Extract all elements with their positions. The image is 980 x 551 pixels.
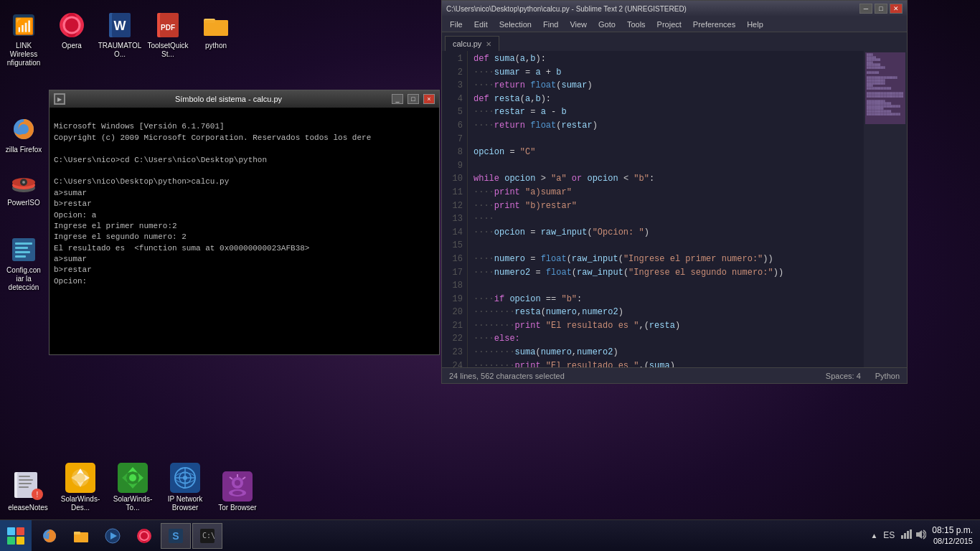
menu-edit[interactable]: Edit [469, 19, 493, 30]
desktop-icon-opera[interactable]: Opera [50, 11, 94, 50]
svg-point-20 [22, 181, 25, 184]
sublime-tab-calcu[interactable]: calcu.py ✕ [445, 36, 499, 51]
desktop-icon-tor-browser[interactable]: Tor Browser [213, 469, 262, 512]
svg-rect-32 [19, 483, 32, 484]
bottom-icon-label: Tor Browser [218, 504, 256, 512]
svg-rect-74 [907, 531, 909, 539]
svg-marker-76 [916, 530, 922, 539]
desktop-icon-label: PowerISO [7, 199, 40, 207]
svg-point-15 [19, 124, 29, 134]
network-icon [168, 461, 202, 495]
sublime-title: C:\Users\nico\Desktop\python\calcu.py - … [446, 5, 859, 13]
sublime-close-button[interactable]: ✕ [890, 4, 903, 14]
svg-rect-56 [7, 527, 15, 535]
config-icon [9, 235, 38, 264]
desktop-icon-label: python [205, 42, 227, 50]
svg-rect-33 [19, 486, 29, 488]
desktop-icon-solarwinds-des[interactable]: SolarWinds-Des... [56, 461, 105, 512]
tor-icon [220, 469, 255, 504]
svg-rect-31 [19, 479, 33, 481]
svg-rect-72 [901, 535, 903, 539]
terminal-titlebar: ▶ Símbolo del sistema - calcu.py _ □ × [50, 90, 439, 108]
sublime-status-selection: 24 lines, 562 characters selected [449, 372, 811, 380]
folder-icon [202, 11, 230, 39]
sublime-editor-area[interactable]: 1 2 3 4 5 6 7 8 910 1112131415 161718192… [442, 51, 907, 367]
svg-rect-59 [17, 537, 24, 545]
sublime-minimap: ████████████████████████████████████████… [864, 51, 907, 367]
taskbar-sublime-button[interactable]: S [161, 523, 191, 549]
desktop-icon-ip-network-browser[interactable]: IP NetworkBrowser [161, 461, 209, 512]
bottom-icon-label: SolarWinds-Des... [56, 495, 105, 512]
svg-rect-22 [15, 242, 32, 245]
tab-close-button[interactable]: ✕ [486, 40, 491, 48]
terminal-window-icon: ▶ [54, 93, 65, 105]
desktop-icon-config[interactable]: Config.coniar la detección [1, 235, 46, 292]
terminal-title: Símbolo del sistema - calcu.py [70, 95, 387, 103]
taskbar-network-icon [900, 529, 912, 542]
solarwinds1-icon [63, 461, 98, 495]
taskbar-firefox-button[interactable] [34, 523, 65, 549]
menu-preferences[interactable]: Preferences [688, 19, 740, 30]
release-notes-icon: ! [11, 469, 45, 504]
svg-point-52 [232, 491, 242, 495]
sublime-status-spaces: Spaces: 4 [826, 372, 861, 380]
terminal-close-button[interactable]: × [423, 94, 435, 104]
bottom-icon-label: IP NetworkBrowser [168, 495, 203, 512]
terminal-body[interactable]: Microsoft Windows [Versión 6.1.7601] Cop… [50, 108, 439, 354]
svg-rect-73 [904, 533, 906, 539]
taskbar-clock: 08:15 p.m. 08/12/2015 [932, 525, 973, 547]
desktop-icon-link-wireless[interactable]: 📶 LINK Wirelessnfiguration [1, 11, 46, 67]
taskbar-opera-button[interactable] [129, 523, 159, 549]
taskbar-time: 08:15 p.m. [932, 525, 973, 537]
firefox-icon [9, 115, 38, 143]
svg-rect-57 [17, 527, 24, 535]
menu-view[interactable]: View [565, 19, 592, 30]
taskbar-start-button[interactable] [0, 520, 32, 552]
bottom-icon-label: eleaseNotes [8, 504, 48, 512]
desktop-icon-poweriso[interactable]: PowerISO [1, 168, 46, 207]
terminal-maximize-button[interactable]: □ [407, 94, 419, 104]
desktop-icon-label: TRAUMATOLO... [98, 42, 142, 59]
menu-file[interactable]: File [445, 19, 468, 30]
sublime-statusbar: 24 lines, 562 characters selected Spaces… [442, 367, 907, 383]
desktop-icon-python[interactable]: python [194, 11, 238, 50]
desktop-icon-solarwinds-to[interactable]: SolarWinds-To... [108, 461, 157, 512]
notification-arrow[interactable]: ▲ [870, 532, 877, 540]
menu-goto[interactable]: Goto [593, 19, 621, 30]
menu-find[interactable]: Find [538, 19, 563, 30]
svg-rect-58 [7, 537, 15, 545]
sublime-status-lang: Python [875, 372, 900, 380]
desktop-icon-mozilla-firefox[interactable]: zilla Firefox [1, 115, 46, 154]
solarwinds2-icon [116, 461, 150, 495]
desktop-icon-release-notes[interactable]: ! eleaseNotes [4, 469, 52, 512]
taskbar-explorer-button[interactable] [66, 523, 96, 549]
svg-text:▶: ▶ [57, 96, 62, 103]
svg-rect-25 [15, 255, 26, 258]
taskbar-terminal-button[interactable]: C:\ [192, 523, 222, 549]
svg-text:PDF: PDF [161, 24, 175, 32]
svg-point-40 [129, 474, 136, 481]
poweriso-icon [9, 168, 38, 197]
sublime-code-editor[interactable]: def suma(a,b): ····sumar = a + b ····ret… [468, 51, 864, 367]
taskbar: S C:\ ▲ ES [0, 519, 980, 551]
desktop-icon-toolset[interactable]: PDF ToolsetQuickSt... [146, 11, 190, 59]
sublime-maximize-button[interactable]: □ [875, 4, 887, 14]
taskbar-volume-icon [915, 529, 926, 542]
desktop: 📶 LINK Wirelessnfiguration Opera [0, 0, 980, 551]
taskbar-language: ES [883, 530, 895, 540]
terminal-minimize-button[interactable]: _ [392, 94, 403, 104]
menu-project[interactable]: Project [652, 19, 687, 30]
opera-icon [57, 11, 86, 39]
svg-text:📶: 📶 [14, 17, 34, 36]
svg-text:S: S [172, 530, 179, 542]
menu-tools[interactable]: Tools [622, 19, 651, 30]
sublime-window: C:\Users\nico\Desktop\python\calcu.py - … [441, 0, 908, 384]
sublime-minimize-button[interactable]: ─ [859, 4, 872, 14]
menu-selection[interactable]: Selection [494, 19, 537, 30]
svg-rect-30 [19, 476, 30, 477]
desktop-icon-traumatolo[interactable]: W TRAUMATOLO... [98, 11, 142, 59]
bottom-icon-label: SolarWinds-To... [108, 495, 157, 512]
menu-help[interactable]: Help [742, 19, 768, 30]
taskbar-mediaplayer-button[interactable] [98, 523, 128, 549]
taskbar-date: 08/12/2015 [932, 536, 973, 546]
